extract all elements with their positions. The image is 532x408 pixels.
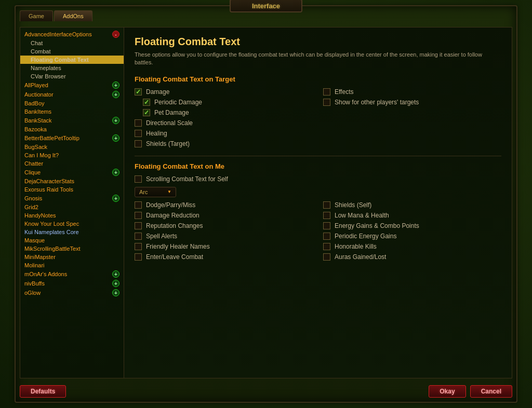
checkbox-show-other-targets[interactable] bbox=[323, 99, 330, 106]
label-reputation-changes: Reputation Changes bbox=[146, 222, 203, 229]
checkbox-periodic-damage[interactable] bbox=[143, 99, 150, 106]
label-effects: Effects bbox=[335, 88, 353, 96]
expand-icon[interactable]: + bbox=[112, 289, 119, 296]
checkbox-energy-gains[interactable] bbox=[323, 222, 330, 229]
sidebar-item-oglow[interactable]: oGlow + bbox=[20, 288, 124, 297]
sidebar-item-badboy[interactable]: BadBoy bbox=[20, 99, 124, 107]
expand-icon[interactable]: - bbox=[112, 31, 119, 38]
sidebar-item-handy-notes[interactable]: HandyNotes bbox=[20, 211, 124, 220]
arc-dropdown[interactable]: Arc ▼ bbox=[135, 187, 176, 197]
label-spell-alerts: Spell Alerts bbox=[146, 233, 177, 240]
sidebar-item-mik-scrolling[interactable]: MikScrollingBattleText bbox=[20, 244, 124, 253]
sidebar-item-nivbuffs[interactable]: nivBuffs + bbox=[20, 279, 124, 288]
sidebar-item-label: Combat bbox=[31, 48, 51, 55]
checkbox-damage[interactable] bbox=[135, 88, 142, 96]
checkbox-effects[interactable] bbox=[323, 88, 330, 96]
sidebar-item-nameplates[interactable]: Nameplates bbox=[20, 64, 124, 72]
expand-icon[interactable]: + bbox=[112, 134, 119, 142]
expand-icon[interactable]: + bbox=[112, 81, 119, 89]
checkbox-honorable-kills[interactable] bbox=[323, 243, 330, 250]
expand-icon[interactable]: + bbox=[112, 117, 119, 124]
sidebar-item-better-battle-pet[interactable]: BetterBattlePetTooltip + bbox=[20, 133, 124, 143]
ok-cancel-group: Okay Cancel bbox=[429, 385, 512, 398]
checkbox-reputation-changes[interactable] bbox=[135, 222, 142, 229]
sidebar-item-label: oGlow bbox=[24, 290, 41, 296]
label-damage: Damage bbox=[146, 88, 169, 96]
option-row-shields-target: Shields (Target) bbox=[135, 140, 313, 147]
sidebar-item-bankstack[interactable]: BankStack + bbox=[20, 116, 124, 125]
checkbox-shields-self[interactable] bbox=[323, 201, 330, 209]
checkbox-directional-scale[interactable] bbox=[135, 119, 142, 127]
sidebar-item-deja-char[interactable]: DejaCharacterStats bbox=[20, 177, 124, 185]
sidebar-item-grid2[interactable]: Grid2 bbox=[20, 203, 124, 211]
section1-title: Floating Combat Text on Target bbox=[135, 75, 501, 83]
sidebar-item-chatter[interactable]: Chatter bbox=[20, 159, 124, 168]
tab-addons[interactable]: AddOns bbox=[54, 10, 92, 21]
option-row-auras-gained: Auras Gained/Lost bbox=[323, 253, 501, 261]
sidebar-item-exorsus[interactable]: Exorsus Raid Tools bbox=[20, 185, 124, 194]
label-low-mana: Low Mana & Health bbox=[335, 212, 389, 219]
sidebar-item-bugsack[interactable]: BugSack bbox=[20, 143, 124, 151]
option-row-enter-leave: Enter/Leave Combat bbox=[135, 253, 313, 261]
sidebar-item-label: HandyNotes bbox=[24, 212, 56, 219]
checkbox-healing[interactable] bbox=[135, 130, 142, 137]
option-row-pet-damage: Pet Damage bbox=[135, 109, 313, 116]
sidebar-item-know-loot[interactable]: Know Your Loot Spec bbox=[20, 220, 124, 228]
sidebar: AdvancedInterfaceOptions - ChatCombatFlo… bbox=[20, 28, 124, 378]
sidebar-item-label: mOnAr's Addons bbox=[24, 271, 67, 277]
expand-icon[interactable]: + bbox=[112, 91, 119, 98]
section1-col1: Damage Periodic Damage Pet Damage Direct… bbox=[135, 88, 313, 147]
sidebar-item-gnosis[interactable]: Gnosis + bbox=[20, 194, 124, 203]
expand-icon[interactable]: + bbox=[112, 169, 119, 176]
sidebar-item-adv-interface[interactable]: AdvancedInterfaceOptions - bbox=[20, 30, 124, 39]
checkbox-spell-alerts[interactable] bbox=[135, 233, 142, 240]
checkbox-dodge-parry[interactable] bbox=[135, 201, 142, 209]
sidebar-item-floating-combat[interactable]: Floating Combat Text bbox=[20, 56, 124, 64]
sidebar-item-label: Exorsus Raid Tools bbox=[24, 186, 73, 193]
sidebar-item-label: Molinari bbox=[24, 262, 45, 268]
checkbox-shields-target[interactable] bbox=[135, 140, 142, 147]
okay-button[interactable]: Okay bbox=[429, 385, 466, 398]
scrolling-combat-checkbox[interactable] bbox=[135, 175, 142, 183]
sidebar-item-minimapster[interactable]: MiniMapster bbox=[20, 253, 124, 261]
option-row-show-other-targets: Show for other players' targets bbox=[323, 99, 501, 106]
label-shields-self: Shields (Self) bbox=[335, 201, 371, 209]
expand-icon[interactable]: + bbox=[112, 270, 119, 278]
sidebar-item-label: Bazooka bbox=[24, 126, 47, 132]
checkbox-low-mana[interactable] bbox=[323, 212, 330, 219]
expand-icon[interactable]: + bbox=[112, 280, 119, 287]
checkbox-auras-gained[interactable] bbox=[323, 253, 330, 261]
checkbox-damage-reduction[interactable] bbox=[135, 212, 142, 219]
main-window: Interface Game AddOns AdvancedInterfaceO… bbox=[15, 5, 517, 403]
sidebar-item-masque[interactable]: Masque bbox=[20, 236, 124, 244]
checkbox-friendly-healer[interactable] bbox=[135, 243, 142, 250]
sidebar-item-monars[interactable]: mOnAr's Addons + bbox=[20, 269, 124, 279]
label-shields-target: Shields (Target) bbox=[146, 140, 190, 147]
checkbox-enter-leave[interactable] bbox=[135, 253, 142, 261]
checkbox-pet-damage[interactable] bbox=[143, 109, 150, 116]
sidebar-item-label: Nameplates bbox=[31, 65, 61, 71]
sidebar-item-bazooka[interactable]: Bazooka bbox=[20, 125, 124, 133]
defaults-button[interactable]: Defaults bbox=[20, 385, 66, 398]
label-energy-gains: Energy Gains & Combo Points bbox=[335, 222, 419, 229]
option-row-spell-alerts: Spell Alerts bbox=[135, 233, 313, 240]
sidebar-item-molinari[interactable]: Molinari bbox=[20, 261, 124, 269]
sidebar-item-bankitems[interactable]: BankItems bbox=[20, 107, 124, 116]
sidebar-item-combat[interactable]: Combat bbox=[20, 47, 124, 56]
expand-icon[interactable]: + bbox=[112, 195, 119, 202]
sidebar-item-can-i-mog[interactable]: Can I Mog It? bbox=[20, 151, 124, 159]
sidebar-item-auctionator[interactable]: Auctionator + bbox=[20, 90, 124, 99]
label-dodge-parry: Dodge/Parry/Miss bbox=[146, 201, 195, 209]
sidebar-item-clique[interactable]: Clique + bbox=[20, 168, 124, 177]
tab-game[interactable]: Game bbox=[20, 10, 53, 21]
cancel-button[interactable]: Cancel bbox=[470, 385, 512, 398]
sidebar-item-label: Floating Combat Text bbox=[31, 57, 89, 63]
sidebar-item-kui[interactable]: Kui Nameplates Core bbox=[20, 228, 124, 236]
sidebar-item-allplayed[interactable]: AllPlayed + bbox=[20, 80, 124, 90]
checkbox-periodic-energy[interactable] bbox=[323, 233, 330, 240]
sidebar-item-label: Chatter bbox=[24, 160, 43, 167]
sidebar-item-label: Auctionator bbox=[24, 91, 54, 98]
sidebar-item-chat[interactable]: Chat bbox=[20, 39, 124, 47]
label-directional-scale: Directional Scale bbox=[146, 119, 193, 127]
sidebar-item-cvar-browser[interactable]: CVar Browser bbox=[20, 72, 124, 80]
